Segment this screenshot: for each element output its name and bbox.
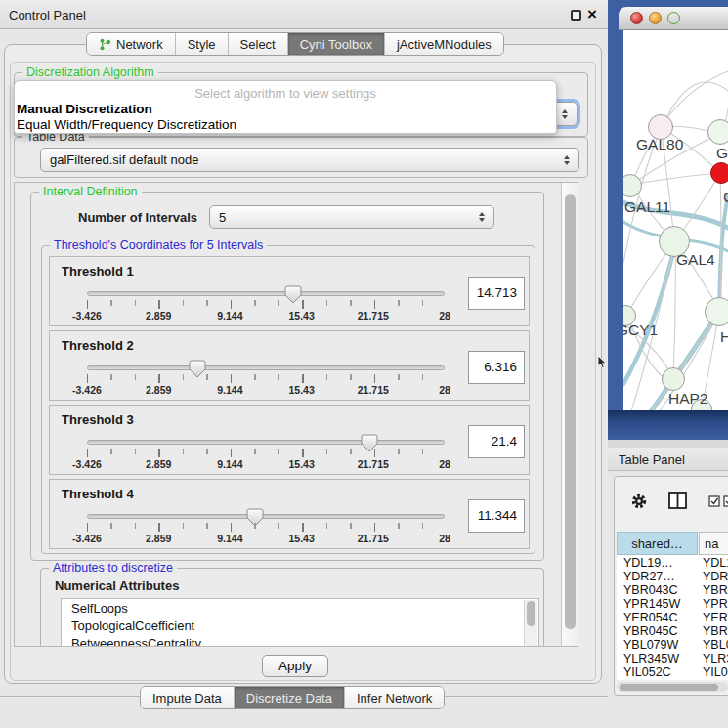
threshold-coordinates-group: Threshold's Coordinates for 5 Intervals …: [41, 245, 535, 554]
network-icon: [99, 38, 111, 51]
table-row[interactable]: YBR043C: [623, 583, 678, 597]
node-red[interactable]: [710, 162, 728, 184]
attributes-group: Attributes to discretize Numerical Attri…: [40, 568, 544, 647]
interval-definition-group: Interval Definition Number of Intervals …: [30, 192, 544, 561]
close-icon[interactable]: ×: [587, 4, 597, 25]
node-label: GCY1: [623, 321, 658, 339]
network-canvas[interactable]: GAL80 GA C GAL11 GAL4 GCY1 HA HAP2: [623, 30, 728, 410]
table-cell[interactable]: YDL1: [703, 556, 728, 570]
threshold-value-field[interactable]: 14.713: [468, 277, 525, 310]
combo-stepper-icon: [479, 212, 485, 222]
close-traffic-icon[interactable]: [630, 12, 643, 24]
control-panel-tabs: Network Style Select Cyni Toolbox jActiv…: [86, 32, 504, 56]
threshold-slider[interactable]: -3.426 2.859 9.144 15.43 21.715 28: [87, 436, 445, 475]
tab-jactivemnodules[interactable]: jActiveMNodules: [385, 33, 503, 55]
slider-track[interactable]: [87, 514, 445, 519]
settings-scrollbar[interactable]: [561, 183, 578, 646]
dropdown-prompt[interactable]: Select algorithm to view settings: [15, 86, 556, 101]
node-hap2[interactable]: [662, 367, 685, 391]
node-label: GAL11: [624, 198, 670, 216]
table-horizontal-scrollbar[interactable]: [617, 682, 728, 692]
control-panel-titlebar: Control Panel ×: [0, 0, 608, 29]
threshold-slider[interactable]: -3.426 2.859 9.144 15.43 21.715 28: [87, 510, 445, 549]
table-cell[interactable]: YPR1: [703, 597, 728, 611]
table-cell[interactable]: YDR2: [703, 570, 728, 583]
dropdown-item-equal-width[interactable]: Equal Width/Frequency Discretization: [17, 117, 236, 132]
network-window-bottom-frame: [608, 410, 728, 440]
table-cell[interactable]: YBR0: [703, 624, 728, 638]
table-row[interactable]: YBR045C: [623, 624, 678, 638]
table-cell[interactable]: YIL0: [703, 665, 728, 679]
table-data-group: Table Data galFiltered.sif default node: [14, 137, 588, 178]
table-cell[interactable]: YBL0: [703, 638, 728, 652]
list-scrollbar-thumb[interactable]: [527, 601, 535, 626]
mouse-cursor: [597, 355, 608, 369]
num-intervals-combo[interactable]: 5: [209, 205, 494, 229]
cyni-bottom-tabs: Impute Data Discretize Data Infer Networ…: [140, 686, 445, 709]
checkbox-icon[interactable]: [708, 495, 721, 507]
node-h[interactable]: [705, 297, 728, 326]
node-ga[interactable]: [707, 119, 728, 145]
list-item[interactable]: BetweennessCentrality: [62, 634, 538, 647]
column-header-name[interactable]: na: [699, 532, 728, 555]
tab-infer-network[interactable]: Infer Network: [345, 687, 444, 708]
table-row[interactable]: YBL079W: [623, 638, 678, 652]
threshold-value-field[interactable]: 11.344: [468, 499, 525, 533]
threshold-row: Threshold 1 -3.426 2.859 9.144 15.43 21.…: [49, 256, 530, 326]
threshold-row: Threshold 4 -3.426 2.859 9.144 15.43 21.…: [49, 479, 530, 549]
threshold-coordinates-title: Threshold's Coordinates for 5 Intervals: [50, 238, 267, 252]
slider-track[interactable]: [87, 365, 445, 370]
threshold-slider[interactable]: -3.426 2.859 9.144 15.43 21.715 28: [87, 362, 445, 401]
list-item[interactable]: SelfLoops: [62, 599, 538, 617]
threshold-row: Threshold 3 -3.426 2.859 9.144 15.43 21.…: [49, 405, 530, 475]
checkbox-icon[interactable]: [723, 495, 728, 507]
tab-impute-data[interactable]: Impute Data: [141, 687, 235, 708]
tab-select[interactable]: Select: [229, 33, 288, 55]
settings-scrollbar-thumb[interactable]: [565, 194, 576, 629]
node-label: C: [723, 189, 728, 206]
num-intervals-label: Number of Intervals: [78, 210, 197, 225]
minimize-traffic-icon[interactable]: [649, 12, 662, 24]
threshold-value-field[interactable]: 21.4: [468, 425, 525, 458]
apply-button[interactable]: Apply: [262, 655, 328, 677]
list-scrollbar[interactable]: [524, 600, 537, 647]
tab-style[interactable]: Style: [176, 33, 229, 55]
numerical-attributes-label: Numerical Attributes: [55, 578, 179, 593]
table-row[interactable]: YDR27…: [623, 570, 675, 583]
gear-icon[interactable]: [630, 492, 648, 510]
tab-discretize-data[interactable]: Discretize Data: [235, 687, 345, 708]
table-row[interactable]: YER054C: [623, 611, 678, 624]
slider-track[interactable]: [87, 440, 445, 445]
network-window-titlebar[interactable]: [619, 7, 728, 30]
list-item[interactable]: TopologicalCoefficient: [62, 617, 538, 634]
table-cell[interactable]: YLR3: [703, 652, 728, 665]
table-scrollbar-thumb[interactable]: [620, 684, 718, 691]
column-header-shared[interactable]: shared…: [617, 532, 698, 555]
table-cell[interactable]: YBR0: [703, 583, 728, 597]
float-window-icon[interactable]: [571, 10, 581, 21]
node-label: GAL4: [676, 251, 715, 269]
threshold-value-field[interactable]: 6.316: [468, 351, 525, 384]
network-edges: [623, 30, 728, 410]
slider-track[interactable]: [87, 291, 445, 296]
table-cell[interactable]: YER0: [703, 611, 728, 624]
tab-network[interactable]: Network: [87, 33, 176, 55]
combo-stepper-icon: [562, 109, 568, 119]
table-data-combo[interactable]: galFiltered.sif default node: [40, 148, 579, 172]
combo-stepper-icon: [564, 155, 570, 165]
node-label: GAL80: [636, 136, 683, 153]
interval-definition-title: Interval Definition: [39, 185, 142, 198]
table-row[interactable]: YDL19…: [623, 556, 673, 570]
discretization-algorithm-title: Discretization Algorithm: [22, 65, 158, 79]
table-row[interactable]: YPR145W: [623, 597, 680, 611]
zoom-traffic-icon[interactable]: [667, 12, 680, 24]
threshold-slider[interactable]: -3.426 2.859 9.144 15.43 21.715 28: [87, 287, 445, 326]
column-view-icon[interactable]: [668, 492, 687, 509]
attributes-title: Attributes to discretize: [49, 561, 177, 575]
table-row[interactable]: YLR345W: [623, 652, 679, 665]
dropdown-item-manual[interactable]: Manual Discretization: [17, 102, 152, 116]
tab-cyni-toolbox[interactable]: Cyni Toolbox: [288, 33, 385, 55]
table-row[interactable]: YIL052C: [623, 665, 671, 679]
node-table: shared… na YDL19… YDL1 YDR27… YDR2 YBR04…: [614, 476, 728, 696]
table-panel-titlebar: Table Panel: [608, 448, 728, 471]
